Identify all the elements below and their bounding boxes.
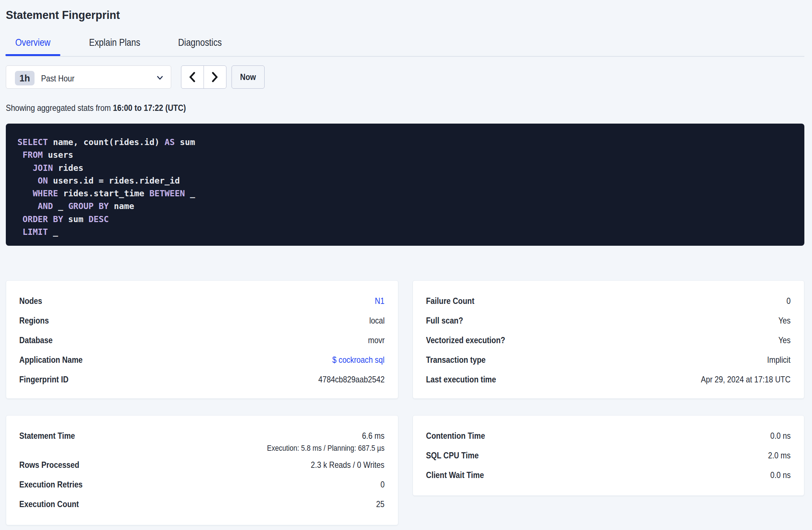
card-row-value: 0	[787, 296, 791, 306]
card-row: Vectorized execution?Yes	[426, 335, 791, 345]
sql-line: FROM users	[17, 148, 793, 161]
aggregated-stats-line: Showing aggregated stats from 16:00 to 1…	[6, 103, 186, 113]
sql-text	[17, 163, 33, 173]
card-row: Failure Count0	[426, 296, 791, 306]
now-button-label: Now	[240, 72, 256, 82]
tab-diagnostics[interactable]: Diagnostics	[178, 37, 231, 54]
card-row-value: 2.3 k Reads / 0 Writes	[311, 460, 385, 470]
sql-text: _	[48, 227, 58, 237]
sql-line: AND _ GROUP BY name	[17, 200, 793, 212]
sql-text: rides.start_time	[58, 188, 149, 198]
card-row-value-block: 4784cb829aab2542	[307, 374, 385, 384]
sql-text: _	[53, 201, 68, 211]
card-row-label: Vectorized execution?	[426, 335, 505, 345]
card-row-value-block: 2.0 ms	[764, 450, 791, 460]
card-row-value: Yes	[778, 335, 791, 345]
prev-time-button[interactable]	[181, 66, 204, 88]
card-row: NodesN1	[19, 296, 385, 306]
sql-line: WHERE rides.start_time BETWEEN _	[17, 187, 793, 200]
card-row-label: Execution Retries	[19, 479, 83, 489]
tab-explain-plans[interactable]: Explain Plans	[89, 37, 151, 54]
card-row-label: Last execution time	[426, 374, 496, 384]
page-title: Statement Fingerprint	[6, 8, 120, 22]
card-row: Contention Time0.0 ns	[426, 431, 791, 441]
time-range-label: Past Hour	[41, 73, 75, 83]
card-row: Execution Count25	[19, 499, 385, 509]
card-row-value-block: Yes	[776, 335, 791, 345]
sql-keyword: FROM	[23, 150, 43, 160]
card-execution-attributes: Failure Count0Full scan?YesVectorized ex…	[413, 280, 804, 399]
card-row-value: 0	[381, 479, 385, 489]
sql-line: SELECT name, count(rides.id) AS sum	[17, 136, 793, 148]
card-row-value-block: Implicit	[763, 355, 791, 365]
sql-text	[17, 150, 23, 160]
card-row: SQL CPU Time2.0 ms	[426, 450, 791, 460]
sql-line: ORDER BY sum DESC	[17, 213, 793, 225]
sql-line: ON users.id = rides.rider_id	[17, 174, 793, 187]
card-row-label: Failure Count	[426, 296, 474, 306]
chevron-down-icon	[157, 76, 163, 80]
card-row-value-block: 0	[786, 296, 791, 306]
caret-right-icon	[212, 72, 218, 82]
card-row: Client Wait Time0.0 ns	[426, 470, 791, 480]
card-row: Execution Retries0	[19, 479, 385, 489]
sql-line: JOIN rides	[17, 161, 793, 174]
time-range-badge: 1h	[15, 71, 35, 85]
card-row-label: Execution Count	[19, 499, 79, 509]
stats-line-prefix: Showing aggregated stats from	[6, 103, 113, 113]
card-row-value-link[interactable]: $ cockroach sql	[333, 355, 385, 365]
card-row-value-block: $ cockroach sql	[324, 355, 385, 365]
sql-line: LIMIT _	[17, 225, 793, 238]
sql-text: sum	[175, 137, 195, 147]
sql-keyword: ON	[38, 176, 48, 185]
card-statement-details: NodesN1RegionslocalDatabasemovrApplicati…	[6, 280, 398, 399]
card-row: Transaction typeImplicit	[426, 355, 791, 365]
card-row: Last execution timeApr 29, 2024 at 17:18…	[426, 374, 791, 384]
sql-text: users	[43, 150, 73, 160]
card-row-value: 25	[376, 499, 385, 509]
card-row-value: Implicit	[767, 355, 791, 365]
sql-keyword: AND	[38, 201, 53, 211]
sql-keyword: AS	[165, 137, 175, 147]
card-row-value: 0.0 ns	[770, 470, 791, 480]
time-range-badge-label: 1h	[19, 73, 30, 84]
card-row-value-block: N1	[373, 296, 385, 306]
sql-keyword: ORDER BY	[23, 214, 63, 224]
card-row-value-link[interactable]: N1	[375, 296, 385, 306]
now-button[interactable]: Now	[232, 65, 265, 89]
card-row-value: 4784cb829aab2542	[318, 374, 385, 384]
card-row-value-block: movr	[365, 335, 385, 345]
sql-text: users.id = rides.rider_id	[48, 176, 180, 185]
card-row-value-block: Apr 29, 2024 at 17:18 UTC	[686, 374, 791, 384]
tab-diagnostics-label: Diagnostics	[178, 37, 222, 48]
sql-text: name	[109, 201, 134, 211]
next-time-button[interactable]	[204, 66, 226, 88]
tab-overview[interactable]: Overview	[15, 37, 58, 54]
caret-left-icon	[189, 72, 195, 82]
sql-text: rides	[53, 163, 84, 173]
sql-text	[17, 176, 38, 185]
card-row-value: local	[369, 316, 385, 325]
card-row-label: SQL CPU Time	[426, 450, 479, 460]
time-range-select[interactable]: 1h Past Hour	[6, 65, 171, 89]
sql-keyword: GROUP BY	[68, 201, 109, 211]
tab-explain-plans-label: Explain Plans	[89, 37, 140, 48]
sql-statement-code: SELECT name, count(rides.id) AS sum FROM…	[17, 136, 793, 238]
card-row-value: 6.6 ms	[267, 431, 385, 441]
tab-bar-rule	[6, 56, 804, 57]
sql-text: name, count(rides.id)	[48, 137, 165, 147]
card-row-label: Application Name	[19, 355, 83, 365]
card-row-value: Yes	[778, 316, 791, 325]
sql-text: _	[185, 188, 195, 198]
card-row-value: Apr 29, 2024 at 17:18 UTC	[701, 374, 791, 384]
time-pager	[181, 65, 226, 89]
card-statement-timings: Statement Time6.6 msExecution: 5.8 ms / …	[6, 415, 398, 525]
card-row: Full scan?Yes	[426, 316, 791, 325]
sql-keyword: LIMIT	[23, 227, 48, 237]
card-row-label: Contention Time	[426, 431, 485, 441]
card-row-label: Rows Processed	[19, 460, 79, 470]
sql-text: sum	[63, 214, 89, 224]
sql-text	[17, 188, 33, 198]
sql-text	[17, 227, 23, 237]
sql-text	[17, 201, 38, 211]
